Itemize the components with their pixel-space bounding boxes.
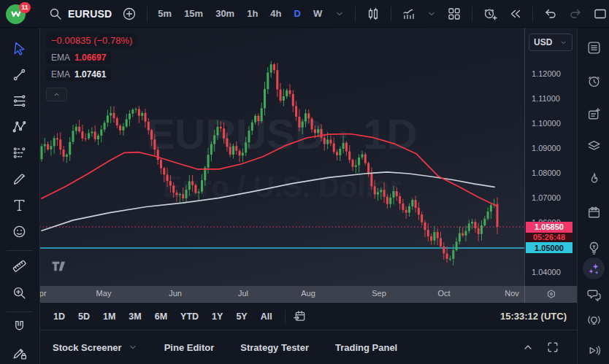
ema-fast-row[interactable]: EMA1.06697: [46, 51, 111, 64]
zoom-in-tool-icon[interactable]: [12, 285, 27, 301]
time-axis[interactable]: AprMayJunJulAugSepOctNov: [39, 286, 577, 303]
month-label: Nov: [505, 289, 519, 298]
object-tree-icon[interactable]: [586, 139, 602, 154]
range-all[interactable]: All: [256, 309, 277, 324]
screenshot-icon[interactable]: [593, 7, 608, 21]
calendar-icon[interactable]: [586, 205, 602, 220]
range-6m[interactable]: 6M: [150, 309, 172, 324]
chat-icon[interactable]: [586, 287, 602, 303]
tab-pine-editor[interactable]: Pine Editor: [164, 342, 215, 353]
interval-1d[interactable]: D: [294, 8, 301, 19]
toolbar-divider: [7, 250, 33, 251]
range-5d[interactable]: 5D: [73, 309, 95, 324]
axis-divider: [524, 286, 525, 303]
redo-icon[interactable]: [568, 7, 583, 21]
interval-1w[interactable]: W: [313, 8, 322, 19]
layout-grid-icon[interactable]: [447, 7, 461, 21]
magnet-mode-icon[interactable]: [12, 319, 27, 334]
toolbar-divider: [532, 7, 533, 21]
interval-5m[interactable]: 5m: [158, 8, 172, 19]
range-ytd[interactable]: YTD: [175, 309, 204, 324]
server-clock[interactable]: 15:33:12 (UTC): [500, 311, 568, 322]
chart-style-icon[interactable]: [366, 7, 380, 21]
maximize-panel-icon[interactable]: [546, 341, 559, 354]
brush-tool-icon[interactable]: [12, 171, 27, 187]
month-label: May: [96, 289, 112, 298]
currency-label: USD: [534, 37, 552, 47]
search-icon: [48, 7, 63, 21]
ai-assistant-button[interactable]: [583, 257, 605, 279]
interval-dropdown-icon[interactable]: [334, 9, 345, 19]
price-tick: 1.11000: [532, 94, 560, 103]
toolbar-divider: [147, 7, 148, 21]
cursor-tool-icon[interactable]: [12, 41, 27, 56]
range-toolbar: 1D 5D 1M 3M 6M YTD 1Y 5Y All 15:33:12 (U…: [39, 303, 577, 330]
create-alert-icon[interactable]: [483, 7, 497, 21]
range-3m[interactable]: 3M: [123, 309, 146, 324]
hotlists-icon[interactable]: [586, 171, 602, 187]
indicators-icon[interactable]: [402, 7, 416, 21]
measure-tool-icon[interactable]: [12, 258, 27, 274]
ema-slow-value: 1.07461: [74, 69, 106, 80]
currency-dropdown[interactable]: USD: [529, 34, 572, 51]
range-1d[interactable]: 1D: [48, 309, 70, 324]
last-price-label: 1.05850: [526, 222, 572, 233]
month-label: Jun: [169, 289, 182, 298]
streams-icon[interactable]: [586, 312, 602, 328]
lock-drawings-icon[interactable]: [12, 345, 27, 360]
bar-replay-icon[interactable]: [508, 7, 522, 21]
expand-panel-icon[interactable]: [521, 341, 535, 354]
undo-icon[interactable]: [543, 7, 558, 21]
price-change: −0.00835 (−0.78%): [51, 35, 132, 46]
interval-15m[interactable]: 15m: [184, 8, 203, 19]
price-tick: 1.08000: [532, 169, 561, 177]
trendline-tool-icon[interactable]: [12, 67, 27, 82]
goto-date-icon[interactable]: [293, 309, 307, 323]
toolbar-divider: [391, 7, 391, 21]
indicator-templates-icon[interactable]: [426, 9, 437, 19]
tab-stock-screener[interactable]: Stock Screener: [53, 342, 138, 353]
interval-1h[interactable]: 1h: [247, 8, 258, 19]
interval-30m[interactable]: 30m: [215, 8, 234, 19]
legend-collapse-button[interactable]: [46, 88, 67, 101]
price-tick: 1.10000: [532, 119, 561, 128]
panel-controls: [521, 341, 559, 354]
topbar-right: Wealth: [593, 7, 609, 21]
right-sidebar: [577, 28, 609, 364]
month-label: Apr: [39, 289, 47, 298]
toolbar-divider: [355, 7, 356, 21]
price-tick: 1.09000: [532, 144, 561, 152]
notes-icon[interactable]: [586, 107, 602, 122]
ema-slow-row[interactable]: EMA1.07461: [46, 68, 111, 81]
toolbar-divider: [7, 311, 33, 312]
watchlist-icon[interactable]: [586, 40, 602, 55]
live-broadcast-icon[interactable]: [586, 343, 602, 358]
tradingview-app: 11 EURUSD 5m 15m 30m 1h 4h D W: [0, 0, 609, 364]
compare-add-icon[interactable]: [122, 7, 137, 21]
bottom-panel: Stock Screener Pine Editor Strategy Test…: [39, 330, 577, 364]
text-tool-icon[interactable]: [12, 198, 27, 213]
tab-strategy-tester[interactable]: Strategy Tester: [240, 342, 309, 353]
forecast-tool-icon[interactable]: [12, 145, 27, 160]
tab-trading-panel[interactable]: Trading Panel: [335, 342, 397, 353]
range-5y[interactable]: 5Y: [231, 309, 252, 324]
drawing-toolbar: [0, 28, 40, 364]
account-menu-button[interactable]: 11: [6, 3, 31, 25]
toolbar-divider: [285, 310, 286, 323]
ideas-icon[interactable]: [586, 240, 602, 255]
range-1y[interactable]: 1Y: [207, 309, 228, 324]
symbol-search[interactable]: EURUSD: [48, 7, 112, 21]
price-tick: 1.07000: [532, 193, 561, 202]
interval-4h[interactable]: 4h: [270, 8, 281, 19]
notification-badge: 11: [19, 2, 31, 13]
axis-settings-icon[interactable]: [545, 288, 557, 300]
pattern-tool-icon[interactable]: [12, 119, 27, 134]
emoji-tool-icon[interactable]: [12, 224, 27, 239]
price-axis[interactable]: USD 1.120001.110001.100001.090001.080001…: [524, 28, 577, 286]
fib-lines-tool-icon[interactable]: [12, 93, 27, 109]
tradingview-logo[interactable]: [50, 259, 72, 276]
chart-pane: EURUSD · 1D Euro / U.S. Dollar −0.00835 …: [39, 28, 524, 286]
range-1m[interactable]: 1M: [98, 309, 120, 324]
alerts-icon[interactable]: [586, 74, 602, 89]
month-label: Oct: [437, 289, 450, 298]
